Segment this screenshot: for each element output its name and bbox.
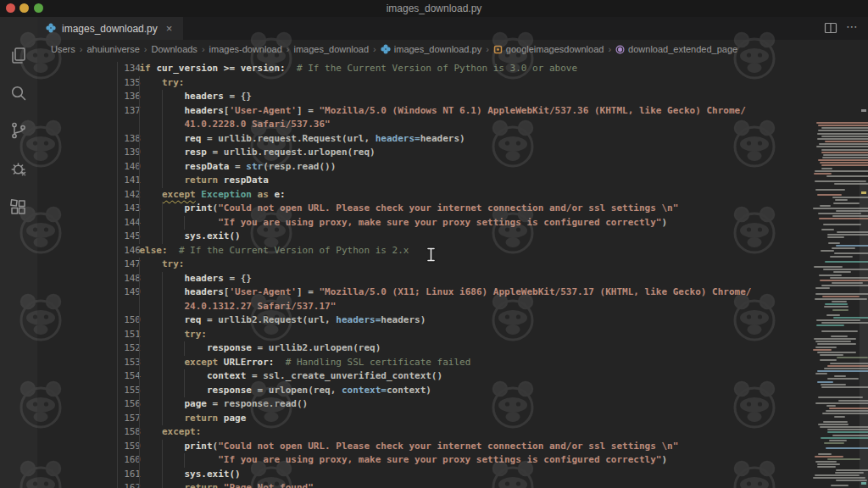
code-row[interactable]: 145 sys.exit()	[37, 230, 776, 244]
code-row[interactable]: 144 "If you are using proxy, make sure y…	[37, 216, 776, 230]
code-line-text: except URLError: # Handling SSL certific…	[117, 356, 470, 370]
code-line-text: if cur_version >= version: # If the Curr…	[117, 62, 577, 76]
breadcrumb-label: images_download.py	[394, 44, 481, 54]
python-icon	[381, 44, 391, 54]
code-line-text: except Exception as e:	[117, 188, 286, 202]
code-line-text: headers = {}	[117, 90, 252, 104]
code-row[interactable]: 155 response = urlopen(req, context=cont…	[37, 384, 776, 398]
code-row[interactable]: 162 return "Page Not found"	[37, 481, 776, 488]
chevron-right-icon: ›	[202, 44, 205, 54]
code-row[interactable]: 160 "If you are using proxy, make sure y…	[37, 453, 776, 468]
tab-images-download-py[interactable]: images_download.py ×	[37, 17, 183, 40]
breadcrumb-item-Users[interactable]: Users	[51, 44, 75, 54]
split-editor-button[interactable]	[824, 21, 837, 38]
code-row[interactable]: 139 resp = urllib.request.urlopen(req)	[37, 146, 776, 160]
minimap-line	[818, 396, 863, 398]
code-row[interactable]: 24.0.1312.27 Safari/537.17"	[37, 300, 776, 314]
activity-bar-extensions-icon[interactable]	[8, 197, 29, 218]
activity-bar-explorer-icon[interactable]	[8, 46, 29, 66]
scrollbar-thumb[interactable]	[860, 182, 868, 488]
minimap-line	[823, 224, 861, 225]
code-line-text: 24.0.1312.27 Safari/537.17"	[117, 300, 336, 314]
tab-close-icon[interactable]: ×	[166, 22, 173, 35]
code-row[interactable]: 135 try:	[37, 76, 776, 91]
minimap-line	[825, 303, 848, 305]
minimap-line	[816, 319, 860, 321]
code-line-text: page = response.read()	[117, 397, 308, 412]
activity-bar	[0, 17, 37, 488]
code-row[interactable]: 149 headers['User-Agent'] = "Mozilla/5.0…	[37, 286, 776, 300]
code-row[interactable]: 143 print("Could not open URL. Please ch…	[37, 202, 776, 216]
code-line-text: 41.0.2228.0 Safari/537.36"	[117, 118, 331, 132]
code-row[interactable]: 157 return page	[37, 412, 776, 426]
code-row[interactable]: 142 except Exception as e:	[37, 188, 776, 202]
minimap-line	[814, 173, 832, 175]
minimap-line	[814, 266, 843, 268]
breadcrumb-label: images-download	[209, 44, 282, 54]
code-line-text: except:	[117, 425, 201, 440]
minimap-line	[823, 421, 848, 423]
minimap-line	[831, 485, 849, 486]
chevron-right-icon: ›	[287, 44, 290, 54]
code-row[interactable]: 140 respData = str(resp.read())	[37, 160, 776, 175]
code-line-text: try:	[117, 328, 207, 342]
minimap-line	[815, 474, 860, 476]
code-row[interactable]: 148 headers = {}	[37, 272, 776, 286]
breadcrumb-label: images_download	[293, 44, 369, 54]
minimap-line	[821, 384, 846, 385]
code-row[interactable]: 136 headers = {}	[37, 90, 776, 104]
breadcrumb-item-ahuiuniverse[interactable]: ahuiuniverse	[86, 44, 139, 54]
minimap-line	[834, 375, 845, 377]
code-row[interactable]: 158 except:	[37, 425, 776, 440]
mouse-ibeam-cursor	[426, 247, 436, 265]
breadcrumb-item-images_download[interactable]: images_download	[293, 44, 369, 54]
ruler-mark	[861, 109, 866, 112]
code-row[interactable]: 159 print("Could not open URL. Please ch…	[37, 440, 776, 454]
code-line-text: sys.exit()	[117, 230, 241, 244]
minimap-line	[821, 330, 858, 332]
minimap-line	[815, 189, 846, 191]
code-row[interactable]: 156 page = response.read()	[37, 397, 776, 412]
minimap-line	[815, 373, 827, 374]
more-actions-button[interactable]: ⋯	[846, 19, 858, 33]
tab-bar: images_download.py × ⋯	[37, 17, 868, 40]
activity-bar-source-control-icon[interactable]	[8, 120, 29, 141]
activity-bar-search-icon[interactable]	[8, 83, 29, 103]
minimap-line	[831, 336, 847, 337]
minimap-line	[832, 247, 855, 249]
minimap-line	[815, 287, 830, 289]
breadcrumb-item-images_download.py[interactable]: images_download.py	[381, 44, 481, 54]
breadcrumb-item-images-download[interactable]: images-download	[209, 44, 282, 54]
code-row[interactable]: 134 if cur_version >= version: # If the …	[37, 62, 776, 76]
code-row[interactable]: 41.0.2228.0 Safari/537.36"	[37, 118, 776, 132]
method-icon	[615, 45, 625, 54]
code-row[interactable]: 147 try:	[37, 258, 776, 272]
activity-bar-debug-icon[interactable]	[8, 158, 29, 179]
code-row[interactable]: 137 headers['User-Agent'] = "Mozilla/5.0…	[37, 104, 776, 119]
minimap-line	[821, 168, 833, 169]
code-row[interactable]: 161 sys.exit()	[37, 468, 776, 482]
minimap-line	[818, 424, 849, 425]
breadcrumb: Users›ahuiuniverse›Downloads›images-down…	[37, 40, 868, 58]
breadcrumb-item-Downloads[interactable]: Downloads	[151, 44, 197, 54]
code-line-text: headers['User-Agent'] = "Mozilla/5.0 (Wi…	[117, 104, 746, 119]
code-row[interactable]: 151 try:	[37, 328, 776, 342]
breadcrumb-item-googleimagesdownload[interactable]: googleimagesdownload	[493, 44, 604, 54]
minimap-line	[820, 359, 836, 361]
editor-pane[interactable]: 134 if cur_version >= version: # If the …	[37, 58, 868, 488]
minimap-line	[817, 352, 857, 353]
minimap-line	[819, 274, 842, 276]
minimap-line	[827, 236, 844, 238]
code-row[interactable]: 154 context = ssl._create_unverified_con…	[37, 369, 776, 384]
minimap-line	[834, 416, 845, 418]
code-row[interactable]: 153 except URLError: # Handling SSL cert…	[37, 356, 776, 370]
code-row[interactable]: 141 return respData	[37, 174, 776, 188]
code-row[interactable]: 150 req = urllib2.Request(url, headers=h…	[37, 313, 776, 328]
code-row[interactable]: 138 req = urllib.request.Request(url, he…	[37, 132, 776, 147]
minimap-line	[830, 256, 853, 258]
breadcrumb-item-download_extended_page[interactable]: download_extended_page	[615, 44, 737, 54]
code-row[interactable]: 152 response = urllib2.urlopen(req)	[37, 341, 776, 356]
code-row[interactable]: 146 else: # If the Current Version of Py…	[37, 244, 776, 258]
minimap-line	[828, 242, 840, 244]
code-line-text: respData = str(resp.read())	[117, 160, 336, 175]
